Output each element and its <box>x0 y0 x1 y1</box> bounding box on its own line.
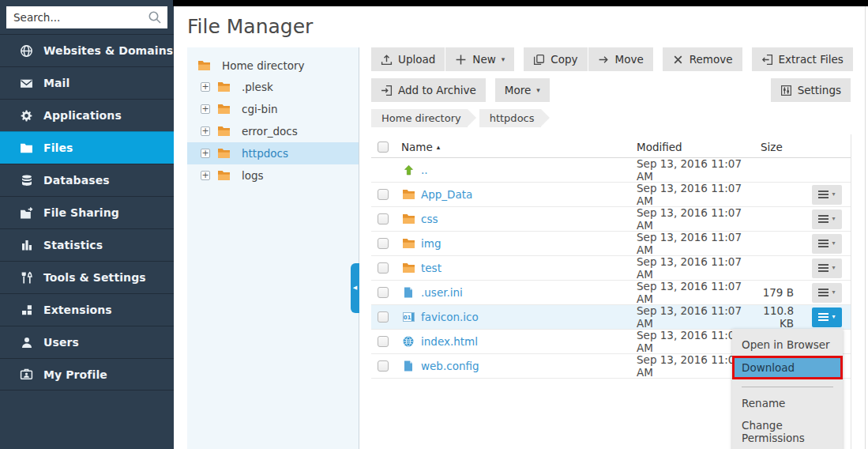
sidebar-item-file-sharing[interactable]: File Sharing <box>0 196 174 228</box>
file-icon <box>401 287 415 298</box>
row-checkbox[interactable] <box>378 287 389 298</box>
breadcrumb-home-directory[interactable]: Home directory <box>371 109 468 127</box>
extensions-icon <box>20 304 33 317</box>
expand-icon[interactable]: + <box>201 82 210 92</box>
modified-cell: Sep 13, 2016 11:07 AM <box>634 231 753 256</box>
tree-root-home-directory[interactable]: Home directory <box>187 55 359 76</box>
globe-icon <box>20 44 33 58</box>
file-name-link[interactable]: favicon.ico <box>421 311 479 323</box>
tree-node--plesk[interactable]: + .plesk <box>187 76 359 98</box>
row-menu-button[interactable]: ▾ <box>812 234 842 254</box>
expand-icon[interactable]: + <box>201 149 210 158</box>
sidebar-item-users[interactable]: Users <box>0 326 174 358</box>
id-card-icon <box>20 368 33 381</box>
tree-node-logs[interactable]: + logs <box>187 164 359 187</box>
search-box <box>6 6 167 28</box>
more-button[interactable]: More▾ <box>495 78 550 102</box>
table-row: img Sep 13, 2016 11:07 AM ▾ <box>371 232 851 256</box>
size-cell: 110.8 KB <box>753 304 810 330</box>
tree-node-cgi-bin[interactable]: + cgi-bin <box>187 98 359 120</box>
menu-item-change-permissions[interactable]: Change Permissions <box>732 414 843 449</box>
modified-cell: Sep 13, 2016 11:07 AM <box>634 157 753 183</box>
search-icon[interactable] <box>148 10 162 25</box>
search-input[interactable] <box>6 6 167 28</box>
copy-button[interactable]: Copy <box>524 47 587 71</box>
sidebar-item-extensions[interactable]: Extensions <box>0 293 174 326</box>
sidebar-item-tools-settings[interactable]: Tools & Settings <box>0 261 174 293</box>
size-cell: 179 B <box>753 286 810 299</box>
row-checkbox[interactable] <box>378 213 389 224</box>
sidebar-item-statistics[interactable]: Statistics <box>0 228 174 261</box>
column-header-modified[interactable]: Modified <box>634 141 753 153</box>
tree-collapse-handle[interactable]: ◀ <box>351 263 359 313</box>
upload-icon <box>381 54 393 66</box>
file-name-link[interactable]: css <box>421 213 438 225</box>
extract-icon <box>761 54 773 66</box>
select-all-checkbox[interactable] <box>378 141 389 153</box>
row-checkbox[interactable] <box>378 262 389 274</box>
sidebar-item-label: Extensions <box>43 304 112 316</box>
menu-item-download[interactable]: Download <box>732 356 843 379</box>
tree-node-error-docs[interactable]: + error_docs <box>187 120 359 142</box>
sidebar-item-files[interactable]: Files <box>0 131 174 164</box>
toolbar-row-2: Add to Archive More▾ Settings <box>371 78 851 102</box>
menu-item-open-in-browser[interactable]: Open in Browser <box>732 334 843 356</box>
row-checkbox[interactable] <box>378 238 389 249</box>
expand-icon[interactable]: + <box>201 126 210 136</box>
add-to-archive-button[interactable]: Add to Archive <box>371 78 486 102</box>
upload-button[interactable]: Upload <box>371 47 445 71</box>
row-checkbox[interactable] <box>378 311 389 323</box>
row-context-menu: Open in Browser Download Rename Change P… <box>732 329 843 449</box>
column-header-size[interactable]: Size <box>753 141 810 153</box>
expand-icon[interactable]: + <box>201 171 210 180</box>
file-name-link[interactable]: test <box>421 262 442 274</box>
modified-cell: Sep 13, 2016 11:07 AM <box>634 182 753 207</box>
sidebar-item-mail[interactable]: Mail <box>0 66 174 99</box>
sidebar-item-databases[interactable]: Databases <box>0 164 174 196</box>
column-header-name[interactable]: Name ▴ <box>401 141 634 153</box>
file-name-link[interactable]: index.html <box>421 335 478 348</box>
row-menu-button[interactable]: ▾ <box>812 308 842 327</box>
settings-button[interactable]: Settings <box>771 78 851 102</box>
folder-icon <box>401 213 415 224</box>
directory-tree-panel: Home directory + .plesk + cgi-bin + erro… <box>187 47 359 449</box>
menu-item-rename[interactable]: Rename <box>732 392 843 414</box>
table-row: test Sep 13, 2016 11:07 AM ▾ <box>371 256 851 281</box>
plus-icon <box>455 54 467 66</box>
file-name-link[interactable]: web.config <box>421 360 479 372</box>
new-button[interactable]: New▾ <box>445 47 514 71</box>
file-name-link[interactable]: .. <box>421 164 428 176</box>
remove-button[interactable]: Remove <box>663 47 742 71</box>
tree-nodes: + .plesk + cgi-bin + error_docs + httpdo… <box>187 76 359 187</box>
file-sharing-icon <box>20 206 33 220</box>
row-checkbox[interactable] <box>378 189 389 200</box>
page-title: File Manager <box>187 15 313 38</box>
row-menu-button[interactable]: ▾ <box>812 185 842 205</box>
hamburger-icon <box>818 264 829 272</box>
file-name-link[interactable]: App_Data <box>421 188 472 201</box>
sidebar-item-my-profile[interactable]: My Profile <box>0 358 174 391</box>
sidebar-item-label: Statistics <box>43 239 103 251</box>
row-menu-button[interactable]: ▾ <box>812 258 842 278</box>
row-checkbox[interactable] <box>378 360 389 372</box>
sidebar-item-applications[interactable]: Applications <box>0 99 174 131</box>
archive-icon <box>381 85 393 96</box>
row-menu-button[interactable]: ▾ <box>812 209 842 229</box>
file-name-link[interactable]: .user.ini <box>421 286 463 299</box>
sidebar-item-label: Applications <box>43 109 122 122</box>
folder-icon <box>216 81 231 92</box>
expand-icon[interactable]: + <box>201 104 210 114</box>
extract-files-button[interactable]: Extract Files <box>752 47 853 71</box>
table-header: Name ▴ Modified Size <box>371 137 851 158</box>
folder-icon <box>197 60 211 71</box>
mail-icon <box>20 77 33 90</box>
row-menu-button[interactable]: ▾ <box>812 283 842 303</box>
caret-down-icon: ▾ <box>832 314 835 320</box>
sidebar-item-websites-domains[interactable]: Websites & Domains <box>0 34 174 66</box>
move-button[interactable]: Move <box>588 47 653 71</box>
row-checkbox[interactable] <box>378 336 389 347</box>
file-name-link[interactable]: img <box>421 237 441 250</box>
tree-node-httpdocs[interactable]: + httpdocs <box>187 142 359 164</box>
top-strip <box>173 0 868 6</box>
breadcrumb-httpdocs[interactable]: httpdocs <box>479 109 541 127</box>
